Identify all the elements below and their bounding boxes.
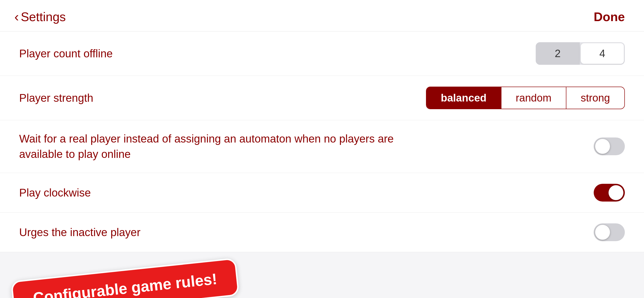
back-button[interactable]: ‹ Settings: [14, 10, 66, 24]
back-chevron-icon: ‹: [14, 10, 19, 24]
strength-control: balanced random strong: [426, 87, 625, 109]
bottom-area: Configurable game rules!: [0, 252, 644, 298]
header: ‹ Settings Done: [0, 0, 644, 32]
wait-real-player-track[interactable]: [594, 137, 625, 155]
count-segment-2[interactable]: 2: [536, 42, 580, 65]
urges-inactive-label: Urges the inactive player: [19, 225, 402, 240]
play-clockwise-label: Play clockwise: [19, 185, 402, 200]
wait-real-player-knob: [595, 139, 610, 154]
play-clockwise-row: Play clockwise: [0, 173, 644, 213]
back-label: Settings: [21, 10, 66, 24]
strength-segment-strong[interactable]: strong: [566, 87, 624, 109]
player-strength-label: Player strength: [19, 90, 402, 106]
play-clockwise-knob: [608, 185, 624, 200]
play-clockwise-toggle[interactable]: [594, 184, 625, 202]
player-count-label: Player count offline: [19, 46, 402, 61]
strength-segment-random[interactable]: random: [502, 87, 566, 109]
urges-inactive-toggle[interactable]: [594, 223, 625, 241]
settings-page: ‹ Settings Done Player count offline 2 4…: [0, 0, 644, 298]
wait-real-player-row: Wait for a real player instead of assign…: [0, 120, 644, 173]
urges-inactive-row: Urges the inactive player: [0, 213, 644, 252]
strength-segment-balanced[interactable]: balanced: [426, 87, 502, 109]
settings-list: Player count offline 2 4 Player strength…: [0, 32, 644, 252]
count-segment-4[interactable]: 4: [581, 43, 624, 64]
configurable-banner: Configurable game rules!: [10, 258, 239, 298]
play-clockwise-track[interactable]: [594, 184, 625, 202]
player-count-control: 2 4: [536, 42, 625, 65]
done-button[interactable]: Done: [594, 10, 625, 24]
banner-wrapper: Configurable game rules!: [10, 258, 239, 298]
wait-real-player-label: Wait for a real player instead of assign…: [19, 131, 402, 162]
player-strength-row: Player strength balanced random strong: [0, 76, 644, 120]
player-count-row: Player count offline 2 4: [0, 32, 644, 76]
wait-real-player-toggle[interactable]: [594, 137, 625, 155]
banner-text: Configurable game rules!: [32, 270, 218, 298]
urges-inactive-track[interactable]: [594, 223, 625, 241]
urges-inactive-knob: [595, 225, 610, 240]
